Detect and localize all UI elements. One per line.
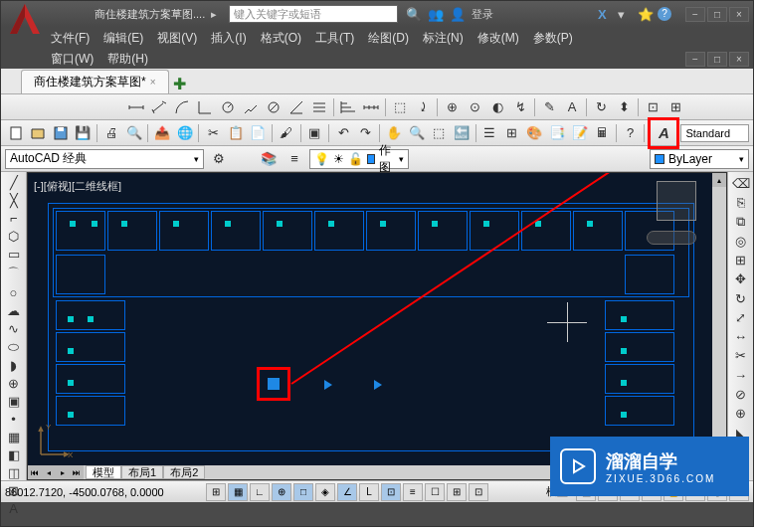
tpy-icon[interactable]: ☐ [425, 483, 445, 501]
qp-icon[interactable]: ⊞ [447, 483, 467, 501]
polyline-icon[interactable]: ⌐ [3, 210, 25, 227]
insert-block-icon[interactable]: ⊕ [3, 375, 25, 392]
menu-edit[interactable]: 编辑(E) [103, 30, 143, 47]
layout1-tab[interactable]: 布局1 [121, 465, 163, 479]
dim-ordinate-icon[interactable] [194, 96, 216, 118]
menu-parametric[interactable]: 参数(P) [533, 30, 573, 47]
menu-window[interactable]: 窗口(W) [51, 51, 94, 68]
workspace-settings-icon[interactable]: ⚙ [208, 148, 230, 170]
saveas-icon[interactable]: 💾 [73, 122, 95, 144]
scale-icon[interactable]: ⤢ [730, 308, 752, 326]
copy-icon[interactable]: 📋 [225, 122, 247, 144]
dim-update-icon[interactable]: ↻ [590, 96, 612, 118]
dim-linear-icon[interactable] [125, 96, 147, 118]
join-icon[interactable]: ⊕ [730, 405, 752, 423]
jogged-linear-icon[interactable]: ↯ [509, 96, 531, 118]
menu-help[interactable]: 帮助(H) [107, 51, 148, 68]
dim-text-edit-icon[interactable]: A [561, 96, 583, 118]
menu-view[interactable]: 视图(V) [157, 30, 197, 47]
osnap-icon[interactable]: □ [293, 483, 313, 501]
zoom-icon[interactable]: 🔍 [406, 122, 428, 144]
menu-tools[interactable]: 工具(T) [315, 30, 354, 47]
search-input[interactable]: 键入关键字或短语 [229, 5, 398, 23]
spline-icon[interactable]: ∿ [3, 320, 25, 337]
dim-angular-icon[interactable] [285, 96, 307, 118]
ellipse-icon[interactable]: ⬭ [3, 338, 25, 356]
dim-diameter-icon[interactable] [263, 96, 284, 118]
menu-file[interactable]: 文件(F) [51, 30, 90, 47]
coordinates[interactable]: 86012.7120, -4500.0768, 0.0000 [5, 486, 204, 498]
dim-quick-icon[interactable] [308, 96, 330, 118]
move-icon[interactable]: ✥ [730, 270, 752, 288]
exchange-icon[interactable]: X [598, 7, 612, 21]
3ddwf-icon[interactable]: 🌐 [174, 122, 196, 144]
copy2-icon[interactable]: ⎘ [730, 193, 752, 211]
menu-insert[interactable]: 插入(I) [211, 30, 246, 47]
tolerance-icon[interactable]: ⊕ [441, 96, 463, 118]
workspace-dropdown[interactable]: AutoCAD 经典 ▾ [5, 149, 204, 169]
ucs-icon[interactable]: YX [36, 420, 76, 461]
preview-icon[interactable]: 🔍 [123, 122, 145, 144]
tab-last-icon[interactable]: ⏭ [70, 465, 84, 479]
polar-icon[interactable]: ⊕ [272, 483, 291, 501]
new-icon[interactable] [5, 122, 27, 144]
inspection-icon[interactable]: ◐ [486, 96, 508, 118]
3dosnap-icon[interactable]: ◈ [315, 483, 335, 501]
undo-icon[interactable]: ↶ [332, 122, 354, 144]
trim-icon[interactable]: ✂ [730, 347, 752, 365]
signin-icon[interactable]: 👤 [450, 7, 464, 21]
gradient-icon[interactable]: ◧ [3, 446, 25, 463]
close-button[interactable]: × [729, 7, 749, 22]
viewport-label[interactable]: [-][俯视][二维线框] [34, 179, 121, 194]
login-link[interactable]: 登录 [472, 7, 493, 22]
grid-icon[interactable]: ▦ [228, 483, 248, 501]
stretch-icon[interactable]: ↔ [730, 328, 752, 346]
nav-bar[interactable] [647, 231, 696, 245]
dim-continue-icon[interactable] [360, 96, 382, 118]
minimize-button[interactable]: − [685, 7, 705, 22]
help-icon[interactable]: ? [658, 7, 671, 21]
make-block-icon[interactable]: ▣ [3, 393, 25, 410]
array-icon[interactable]: ⊞ [730, 251, 752, 268]
layer-prop-icon[interactable]: 📚 [258, 148, 280, 170]
layer-dropdown[interactable]: 💡 ☀ 🔓 作图 ▾ [309, 149, 409, 169]
constraint2-icon[interactable]: ⊞ [664, 96, 686, 118]
text-style-button[interactable]: A [653, 122, 674, 144]
menu-modify[interactable]: 修改(M) [477, 30, 519, 47]
add-tab-icon[interactable]: ✚ [173, 75, 186, 93]
doc-close-button[interactable]: × [729, 52, 749, 67]
vertical-scrollbar[interactable]: ▴ [712, 173, 726, 465]
arc-icon[interactable]: ⌒ [3, 264, 25, 283]
dim-jogged-icon[interactable] [240, 96, 262, 118]
plot-icon[interactable]: 🖨 [100, 122, 122, 144]
star-icon[interactable]: ⭐ [638, 7, 652, 21]
doc-minimize-button[interactable]: − [685, 52, 705, 67]
ellipse-arc-icon[interactable]: ◗ [3, 357, 25, 374]
drawing-canvas[interactable]: [-][俯视][二维线框] [27, 172, 727, 480]
rectangle-icon[interactable]: ▭ [3, 246, 25, 263]
paste-icon[interactable]: 📄 [248, 122, 270, 144]
lwt-icon[interactable]: ≡ [403, 483, 423, 501]
erase-icon[interactable]: ⌫ [730, 174, 752, 192]
block-icon[interactable]: ▣ [304, 122, 326, 144]
break-icon[interactable]: ⊘ [730, 385, 752, 403]
circle-icon[interactable]: ○ [3, 284, 25, 301]
ducs-icon[interactable]: L [359, 483, 379, 501]
tab-close-icon[interactable]: × [150, 77, 156, 88]
dim-arc-icon[interactable] [171, 96, 193, 118]
xline-icon[interactable]: ╳ [3, 192, 25, 209]
revcloud-icon[interactable]: ☁ [3, 302, 25, 319]
zoom-prev-icon[interactable]: 🔙 [451, 122, 473, 144]
dim-radius-icon[interactable] [217, 96, 239, 118]
pan-icon[interactable]: ✋ [383, 122, 405, 144]
layer-states-icon[interactable]: ≡ [284, 148, 305, 170]
dyn-icon[interactable]: ⊡ [381, 483, 401, 501]
tab-prev-icon[interactable]: ◂ [42, 465, 56, 479]
quickcalc-icon[interactable]: 🖩 [591, 122, 613, 144]
dim-break-icon[interactable]: ⤸ [412, 96, 434, 118]
publish-icon[interactable]: 📤 [151, 122, 173, 144]
color-dropdown[interactable]: ByLayer ▾ [650, 149, 749, 169]
table-icon[interactable]: ⊞ [3, 482, 25, 499]
sc-icon[interactable]: ⊡ [469, 483, 488, 501]
view-cube[interactable] [657, 181, 696, 221]
